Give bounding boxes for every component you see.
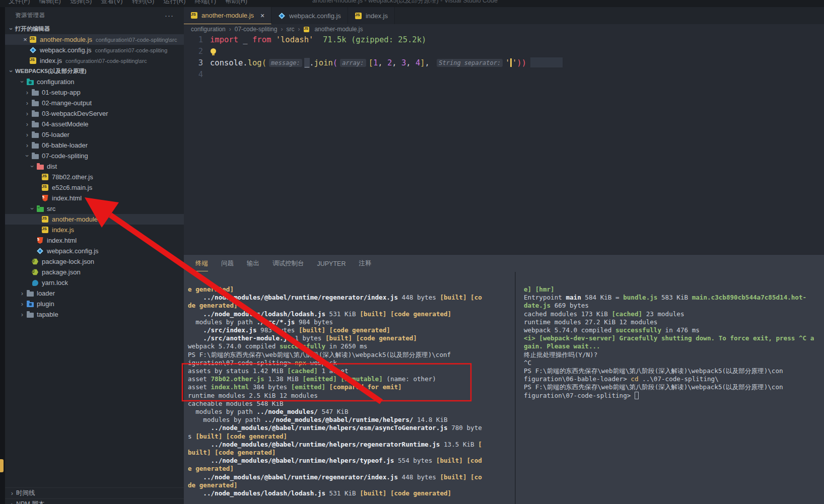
menu-item[interactable]: 终端(T) bbox=[190, 0, 221, 6]
breadcrumb-item[interactable]: configuration bbox=[191, 26, 226, 33]
chevron-right-icon[interactable]: › bbox=[23, 121, 31, 127]
tree-item-tapable[interactable]: ›tapable bbox=[5, 309, 184, 320]
chevron-down-icon[interactable]: › bbox=[24, 152, 31, 160]
lightbulb-icon[interactable] bbox=[211, 48, 216, 54]
chevron-right-icon[interactable]: › bbox=[23, 110, 31, 117]
menu-bar: 文件(F)编辑(E)选择(S)查看(V)转到(G)运行(R)终端(T)帮助(H) bbox=[4, 0, 252, 6]
chevron-right-icon[interactable]: › bbox=[18, 311, 26, 318]
chevron-right-icon[interactable]: › bbox=[18, 290, 26, 297]
tab-label: index.js bbox=[366, 12, 388, 20]
menu-item[interactable]: 查看(V) bbox=[96, 0, 127, 6]
tree-item-02-mange-output[interactable]: ›02-mange-output bbox=[5, 98, 184, 108]
window-title: another-module.js - webpack5(以及部分原理) - V… bbox=[312, 0, 498, 5]
js-icon: JS bbox=[190, 12, 198, 19]
tree-item-dist[interactable]: ›dist bbox=[5, 161, 184, 172]
menu-item[interactable]: 运行(R) bbox=[159, 0, 190, 6]
tree-item-06-bable-loader[interactable]: ›06-bable-loader bbox=[5, 140, 184, 151]
chevron-right-icon[interactable]: › bbox=[18, 301, 26, 307]
chevron-down-icon[interactable]: › bbox=[29, 163, 36, 171]
code-text: import _ from 'lodash' 71.5k (gzipped: 2… bbox=[210, 34, 426, 46]
tree-item-05-loader[interactable]: ›05-loader bbox=[5, 129, 184, 140]
panel-tab-输出[interactable]: 输出 bbox=[240, 255, 266, 272]
breadcrumb-item[interactable]: 07-code-spliting bbox=[235, 26, 278, 33]
breadcrumb-item[interactable]: src bbox=[286, 26, 294, 33]
close-icon[interactable]: × bbox=[21, 36, 29, 43]
panel-tab-终端[interactable]: 终端 bbox=[189, 255, 215, 272]
fold-gray-icon bbox=[26, 311, 34, 318]
explorer-header: 资源管理器 ··· bbox=[5, 7, 184, 24]
editor-tab-bar: JSanother-module.js×webpack.config.jsJSi… bbox=[184, 7, 824, 24]
tree-item-configuration[interactable]: ›configuration bbox=[5, 77, 184, 87]
tree-item-index-html[interactable]: 5index.html bbox=[5, 235, 184, 246]
sidebar-section-时间线[interactable]: ›时间线 bbox=[5, 487, 184, 498]
fold-green-icon bbox=[36, 205, 44, 212]
chevron-right-icon: › bbox=[8, 490, 16, 496]
section-label: NPM 脚本 bbox=[16, 500, 44, 504]
menu-item[interactable]: 编辑(E) bbox=[35, 0, 65, 6]
tree-item-webpack-config-js[interactable]: webpack.config.js bbox=[5, 246, 184, 256]
panel-tab-调试控制台[interactable]: 调试控制台 bbox=[266, 255, 311, 272]
terminal-line: ../node_modules/@babel/runtime/helpers/e… bbox=[188, 424, 515, 432]
chevron-right-icon[interactable]: › bbox=[23, 100, 31, 106]
tree-item-loader[interactable]: ›loader bbox=[5, 288, 184, 299]
tree-item-e52c6-main-js[interactable]: JSe52c6.main.js bbox=[5, 182, 184, 193]
chevron-down-icon[interactable]: › bbox=[29, 205, 36, 213]
terminal-line: assets by status 1.42 MiB [cached] 1 ass… bbox=[188, 367, 515, 375]
open-editor-item[interactable]: ×JSanother-module.jsconfiguration\07-cod… bbox=[5, 34, 184, 45]
breadcrumb-separator: › bbox=[229, 26, 231, 33]
explorer-sidebar: 资源管理器 ··· › 打开的编辑器 ×JSanother-module.jsc… bbox=[5, 7, 184, 504]
breadcrumb-item[interactable]: another-module.js bbox=[314, 26, 363, 33]
menu-item[interactable]: 选择(S) bbox=[65, 0, 96, 6]
more-actions-button[interactable]: ··· bbox=[165, 14, 174, 18]
open-editor-item[interactable]: JSindex.jsconfiguration\07-code-spliting… bbox=[5, 55, 184, 66]
file-label: configuration bbox=[37, 78, 74, 86]
menu-item[interactable]: 帮助(H) bbox=[221, 0, 252, 6]
panel-tab-JUPYTER[interactable]: JUPYTER bbox=[311, 255, 353, 272]
terminal-left-pane[interactable]: e generated] ../node_modules/@babel/runt… bbox=[184, 272, 515, 504]
menu-item[interactable]: 文件(F) bbox=[4, 0, 35, 6]
tree-item-04-assetmodele[interactable]: ›04-assetModele bbox=[5, 119, 184, 129]
panel-tab-注释[interactable]: 注释 bbox=[352, 255, 378, 272]
tree-item-another-module-js[interactable]: JSanother-module.js bbox=[5, 214, 184, 225]
tab-another-module.js[interactable]: JSanother-module.js× bbox=[184, 7, 271, 24]
tree-item-package-json[interactable]: {}package.json bbox=[5, 267, 184, 277]
open-editors-header[interactable]: › 打开的编辑器 bbox=[5, 24, 184, 34]
tree-item-01-setup-app[interactable]: ›01-setup-app bbox=[5, 87, 184, 98]
tab-index.js[interactable]: JSindex.js bbox=[348, 7, 395, 24]
tab-webpack.config.js[interactable]: webpack.config.js bbox=[271, 7, 348, 24]
chevron-right-icon[interactable]: › bbox=[23, 89, 31, 96]
fold-blue-icon bbox=[26, 300, 34, 308]
tree-item-plugin[interactable]: ›plugin bbox=[5, 299, 184, 309]
terminal-line: ../node_modules/@babel/runtime/helpers/r… bbox=[188, 441, 515, 449]
sidebar-section-NPM 脚本[interactable]: ›NPM 脚本 bbox=[5, 498, 184, 504]
tree-item-07-code-spliting[interactable]: ›07-code-spliting bbox=[5, 151, 184, 161]
tree-item-src[interactable]: ›src bbox=[5, 203, 184, 214]
tree-item-03-webpackdevserver[interactable]: ›03-webpackDevServer bbox=[5, 108, 184, 119]
close-icon[interactable]: × bbox=[260, 12, 264, 20]
panel-tab-label: 输出 bbox=[247, 255, 259, 271]
js-icon: JS bbox=[355, 12, 362, 20]
tree-item-yarn-lock[interactable]: yarn.lock bbox=[5, 277, 184, 288]
file-label: tapable bbox=[37, 311, 58, 318]
chevron-right-icon[interactable]: › bbox=[23, 131, 31, 138]
terminal-line: cacheable modules 548 KiB bbox=[188, 400, 515, 408]
terminal-line: modules by path ./src/*.js 984 bytes bbox=[188, 318, 515, 326]
tree-item-index-js[interactable]: JSindex.js bbox=[5, 225, 184, 235]
panel-tab-label: 调试控制台 bbox=[272, 255, 304, 271]
chevron-right-icon[interactable]: › bbox=[23, 142, 31, 149]
terminal-line: ./src/index.js 983 bytes [built] [code g… bbox=[188, 326, 515, 334]
code-editor[interactable]: 1import _ from 'lodash' 71.5k (gzipped: … bbox=[184, 34, 824, 254]
terminal-line: 终止批处理操作吗(Y/N)? bbox=[524, 351, 824, 359]
tree-item-78b02-other-js[interactable]: JS78b02.other.js bbox=[5, 172, 184, 182]
tree-item-package-lock-json[interactable]: {}package-lock.json bbox=[5, 256, 184, 267]
file-label: 01-setup-app bbox=[42, 89, 81, 96]
project-root-header[interactable]: › WEBPACK5(以及部分原理) bbox=[5, 66, 184, 77]
chevron-down-icon[interactable]: › bbox=[19, 78, 26, 86]
tab-label: webpack.config.js bbox=[289, 12, 341, 20]
menu-item[interactable]: 转到(G) bbox=[127, 0, 159, 6]
terminal-right-pane[interactable]: e] [hmr]Entrypoint main 584 KiB = bundle… bbox=[516, 272, 824, 504]
file-label: 05-loader bbox=[42, 131, 70, 138]
panel-tab-问题[interactable]: 问题 bbox=[215, 255, 240, 272]
open-editor-item[interactable]: webpack.config.jsconfiguration\07-code-s… bbox=[5, 45, 184, 55]
tree-item-index-html[interactable]: 5index.html bbox=[5, 193, 184, 203]
